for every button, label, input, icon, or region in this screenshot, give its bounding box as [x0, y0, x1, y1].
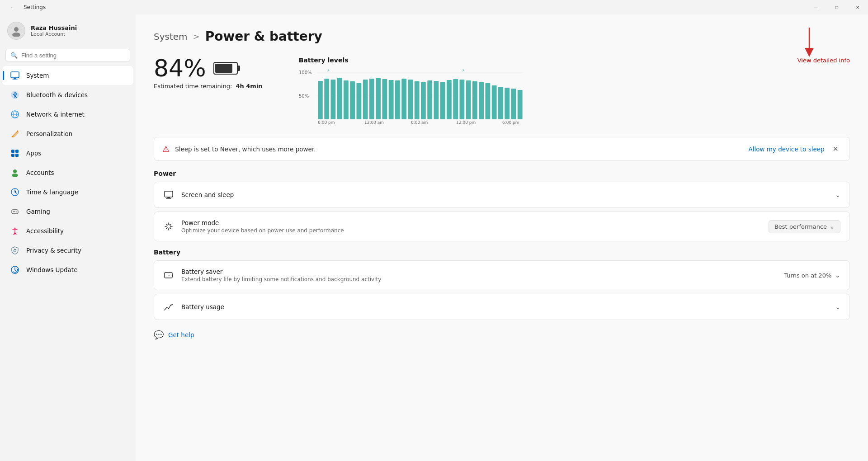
bluetooth-icon [10, 90, 20, 100]
svg-rect-38 [369, 79, 374, 119]
battery-saver-row[interactable]: Battery saver Extend battery life by lim… [154, 261, 849, 290]
chart-header: Battery levels View detailed info [299, 56, 850, 64]
svg-point-72 [167, 225, 170, 228]
sidebar-item-gaming[interactable]: Gaming [3, 202, 133, 221]
close-button[interactable]: ✕ [847, 0, 868, 14]
svg-rect-16 [12, 210, 18, 214]
search-input[interactable] [21, 52, 125, 59]
svg-rect-44 [408, 80, 413, 119]
power-mode-dropdown[interactable]: Best performance ⌄ [769, 220, 840, 233]
sidebar-item-bluetooth[interactable]: Bluetooth & devices [3, 85, 133, 104]
power-mode-row[interactable]: Power mode Optimize your device based on… [154, 212, 849, 241]
nav-list: SystemBluetooth & devicesNetwork & inter… [0, 66, 136, 280]
svg-rect-41 [388, 80, 393, 119]
svg-rect-22 [14, 250, 16, 252]
minimize-button[interactable]: — [806, 0, 826, 14]
time-icon [10, 187, 20, 197]
sidebar-item-label-accounts: Accounts [26, 169, 54, 176]
battery-info: 84% Estimated time remaining: 4h 4min [154, 56, 263, 89]
svg-rect-12 [15, 154, 19, 157]
sidebar-item-apps[interactable]: Apps [3, 144, 133, 163]
breadcrumb-separator: > [193, 32, 200, 41]
svg-point-8 [17, 131, 19, 132]
sidebar-item-personalization[interactable]: Personalization [3, 124, 133, 143]
battery-saver-content: Battery saver Extend battery life by lim… [181, 268, 777, 282]
sidebar-item-accounts[interactable]: Accounts [3, 163, 133, 182]
svg-text:12:00 am: 12:00 am [364, 120, 384, 125]
get-help-row[interactable]: 💬 Get help [154, 324, 850, 343]
svg-rect-3 [14, 78, 16, 79]
svg-rect-73 [165, 273, 172, 278]
sidebar-item-time[interactable]: Time & language [3, 183, 133, 202]
avatar [7, 22, 25, 40]
sidebar-item-system[interactable]: System [3, 66, 133, 85]
battery-usage-icon [163, 301, 174, 312]
alert-close-button[interactable]: ✕ [830, 144, 841, 154]
svg-rect-51 [453, 79, 458, 119]
search-box[interactable]: 🔍 [5, 49, 130, 62]
content-area: System > Power & battery 84% Estimated t… [136, 14, 868, 461]
apps-icon [10, 148, 20, 158]
back-button[interactable]: ← [5, 0, 20, 14]
battery-section-label: Battery [154, 249, 850, 256]
battery-time: Estimated time remaining: 4h 4min [154, 83, 263, 89]
system-icon [10, 71, 20, 80]
svg-point-14 [12, 174, 18, 177]
breadcrumb[interactable]: System [154, 31, 188, 42]
maximize-button[interactable]: □ [826, 0, 847, 14]
svg-rect-60 [511, 89, 516, 119]
screen-sleep-row[interactable]: Screen and sleep ⌄ [154, 182, 849, 207]
battery-overview-wrapper: 84% Estimated time remaining: 4h 4min Ba… [154, 56, 850, 126]
power-mode-chevron: ⌄ [830, 223, 835, 230]
svg-rect-33 [337, 78, 342, 119]
alert-text: Sleep is set to Never, which uses more p… [175, 146, 743, 153]
svg-point-19 [16, 211, 17, 212]
alert-banner: ⚠ Sleep is set to Never, which uses more… [154, 137, 850, 161]
alert-action-link[interactable]: Allow my device to sleep [748, 146, 824, 153]
page-title: Power & battery [205, 29, 322, 44]
battery-icon-container [213, 62, 238, 75]
battery-percent: 84% [154, 56, 206, 80]
svg-rect-47 [427, 80, 432, 119]
svg-rect-32 [330, 80, 335, 119]
battery-saver-title: Battery saver [181, 268, 777, 275]
sidebar-item-label-bluetooth: Bluetooth & devices [26, 91, 88, 99]
network-icon [10, 109, 20, 119]
svg-rect-57 [491, 85, 496, 119]
chart-title: Battery levels [299, 56, 349, 64]
svg-rect-58 [498, 87, 503, 119]
titlebar: ← Settings — □ ✕ [0, 0, 868, 14]
svg-rect-43 [401, 79, 406, 119]
battery-usage-content: Battery usage [181, 303, 828, 310]
sidebar-item-update[interactable]: Windows Update [3, 260, 133, 279]
battery-usage-title: Battery usage [181, 303, 828, 310]
power-mode-icon [163, 221, 174, 232]
alert-icon: ⚠ [162, 144, 170, 154]
titlebar-controls: — □ ✕ [806, 0, 868, 14]
screen-sleep-content: Screen and sleep [181, 191, 828, 198]
power-mode-subtitle: Optimize your device based on power use … [181, 227, 761, 234]
sidebar-item-privacy[interactable]: Privacy & security [3, 241, 133, 260]
sidebar-item-label-personalization: Personalization [26, 130, 72, 137]
battery-usage-row[interactable]: Battery usage ⌄ [154, 294, 849, 320]
battery-usage-chevron: ⌄ [835, 303, 840, 310]
user-name: Raza Hussaini [31, 24, 77, 31]
battery-saver-value: Turns on at 20% [784, 272, 831, 279]
svg-rect-37 [363, 80, 368, 119]
svg-rect-11 [11, 154, 14, 157]
svg-rect-53 [466, 80, 471, 119]
battery-saver-chevron: ⌄ [835, 272, 840, 279]
user-info: Raza Hussaini Local Account [31, 24, 77, 37]
svg-rect-2 [11, 72, 19, 78]
svg-text:⚡: ⚡ [462, 68, 465, 73]
svg-text:⚡: ⚡ [327, 68, 330, 73]
sidebar-item-accessibility[interactable]: Accessibility [3, 221, 133, 240]
sidebar-item-network[interactable]: Network & internet [3, 105, 133, 124]
view-detailed-link[interactable]: View detailed info [797, 57, 850, 64]
svg-rect-36 [356, 83, 361, 119]
screen-sleep-right: ⌄ [835, 191, 840, 198]
battery-fill [215, 64, 233, 73]
user-profile[interactable]: Raza Hussaini Local Account [0, 14, 136, 47]
svg-rect-61 [517, 90, 522, 119]
svg-rect-48 [434, 81, 439, 119]
